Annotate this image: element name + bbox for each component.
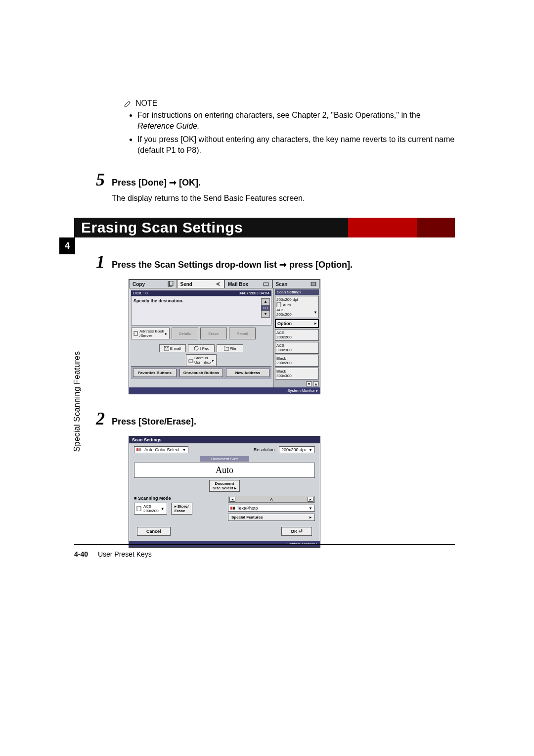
page-count: 1/1 bbox=[261, 305, 270, 311]
address-book-button[interactable]: Address Book /Server ▸ bbox=[131, 328, 170, 339]
ifax-button[interactable]: I-Fax bbox=[188, 344, 215, 352]
document-size-label: Document Size bbox=[200, 456, 249, 462]
svg-rect-12 bbox=[137, 506, 141, 511]
chevron-right-icon: ▸ bbox=[316, 388, 318, 393]
chevron-down-icon: ▼ bbox=[161, 507, 165, 511]
store-inbox-button[interactable]: Store in Usr Inbox ▸ bbox=[186, 354, 217, 366]
recall-button: Recall bbox=[229, 328, 256, 339]
page-icon bbox=[136, 506, 141, 511]
section-banner-text: Erasing Scan Settings bbox=[81, 219, 243, 236]
tab-copy[interactable]: Copy bbox=[129, 280, 177, 288]
mailbox-icon bbox=[263, 281, 269, 287]
step-number-1: 1 bbox=[91, 251, 105, 272]
page-number: 4-40 bbox=[74, 550, 88, 558]
store-erase-button[interactable]: ▸ Store/ Erase bbox=[171, 503, 192, 515]
folder-icon bbox=[224, 346, 229, 351]
scan-settings-screenshot: Scan Settings Auto-Color Select ▼ Resolu… bbox=[129, 436, 320, 548]
svg-rect-13 bbox=[230, 507, 232, 510]
step-5: 5 Press [Done] ➞ [OK]. The display retur… bbox=[109, 169, 455, 203]
textphoto-icon bbox=[230, 506, 235, 511]
ok-button[interactable]: OK ⏎ bbox=[281, 527, 312, 536]
darker-icon[interactable]: ▸ bbox=[308, 497, 313, 502]
specify-destination-text: Specify the destination. bbox=[134, 298, 269, 303]
envelope-icon bbox=[164, 346, 169, 351]
special-features-button[interactable]: Special Features ▸ bbox=[228, 514, 315, 521]
page-footer: 4-40 User Preset Keys bbox=[74, 544, 455, 558]
scroll-up-button[interactable]: ▲ bbox=[261, 298, 270, 305]
email-button[interactable]: E-mail bbox=[159, 344, 186, 352]
density-slider[interactable]: ◂ A ▸ bbox=[228, 496, 315, 503]
file-button[interactable]: File bbox=[217, 344, 243, 352]
note-block: NOTE For instructions on entering charac… bbox=[124, 99, 455, 155]
preset-acs-300[interactable]: ACS 300x300 bbox=[275, 342, 319, 354]
favorites-buttons[interactable]: Favorites Buttons bbox=[133, 369, 177, 377]
footer-section-name: User Preset Keys bbox=[98, 550, 152, 558]
chevron-down-icon: ▼ bbox=[309, 506, 312, 511]
chevron-right-icon: ▸ bbox=[165, 331, 167, 336]
inbox-icon bbox=[188, 358, 193, 363]
original-type-dropdown[interactable]: Text/Photo ▼ bbox=[228, 505, 315, 512]
document-size-select-button[interactable]: Document Size Select ▸ bbox=[209, 480, 240, 492]
scanning-mode-dropdown[interactable]: ACS 200x200 ▼ bbox=[134, 503, 167, 515]
chevron-right-icon: ▸ bbox=[234, 486, 236, 490]
tab-scan[interactable]: Scan bbox=[272, 280, 320, 288]
scan-settings-title: Scan Settings bbox=[129, 436, 320, 443]
system-monitor-bar[interactable]: System Monitor ▸ bbox=[129, 387, 320, 394]
step-1: 1 Press the Scan Settings drop-down list… bbox=[109, 251, 455, 394]
svg-rect-2 bbox=[264, 283, 268, 286]
density-a: A bbox=[270, 497, 272, 502]
step-number-2: 2 bbox=[91, 408, 105, 429]
chevron-right-icon: ▸ bbox=[175, 504, 177, 509]
preset-acs-200[interactable]: ACS 200x200 bbox=[275, 329, 319, 341]
note-bullet-1: For instructions on entering characters,… bbox=[137, 110, 455, 131]
scan-settings-summary: 200x200 dpi Auto ACS 200x200 ▼ bbox=[275, 296, 319, 318]
step-2-title: Press [Store/Erase]. bbox=[112, 417, 196, 427]
preset-bw-300[interactable]: Black 300x300 bbox=[275, 368, 319, 379]
step-5-title: Press [Done] ➞ [OK]. bbox=[112, 177, 201, 188]
chevron-down-icon: ▼ bbox=[313, 310, 317, 315]
footer-rule bbox=[74, 544, 455, 545]
document-size-value: Auto bbox=[134, 463, 315, 478]
destination-area: Specify the destination. ▲ 1/1 ▼ bbox=[131, 296, 271, 326]
resolution-label: Resolution: bbox=[254, 447, 276, 452]
step-2: 2 Press [Store/Erase]. Scan Settings Aut… bbox=[109, 408, 455, 548]
status-dest: Dest. : 0 bbox=[133, 291, 148, 295]
chevron-right-icon: ▸ bbox=[310, 515, 312, 520]
svg-rect-9 bbox=[277, 302, 281, 307]
erase-button: Erase bbox=[200, 328, 227, 339]
chevron-right-icon: ▸ bbox=[314, 321, 316, 326]
details-button: Details bbox=[172, 328, 198, 339]
scroll-down-button[interactable]: ▼ bbox=[261, 311, 270, 318]
lighter-icon[interactable]: ◂ bbox=[229, 497, 235, 502]
scan-icon bbox=[311, 281, 316, 287]
tab-send[interactable]: Send bbox=[177, 280, 225, 288]
step-number-5: 5 bbox=[91, 169, 105, 190]
status-datetime: 04/07/2003 04:04 bbox=[239, 291, 269, 295]
resolution-dropdown[interactable]: 200x200 dpi ▼ bbox=[279, 446, 315, 453]
copy-icon bbox=[168, 281, 174, 287]
page-icon bbox=[276, 302, 281, 307]
book-icon bbox=[134, 331, 138, 336]
svg-rect-14 bbox=[233, 507, 235, 510]
color-mode-dropdown[interactable]: Auto-Color Select ▼ bbox=[134, 446, 188, 453]
tab-mailbox[interactable]: Mail Box bbox=[224, 280, 272, 288]
note-label: NOTE bbox=[135, 99, 157, 108]
step-1-title: Press the Scan Settings drop-down list ➞… bbox=[112, 259, 353, 270]
color-swatch-icon bbox=[136, 447, 141, 452]
chapter-side-tab: 4 Special Scanning Features bbox=[59, 237, 75, 351]
new-address-button[interactable]: New Address bbox=[226, 369, 269, 377]
svg-rect-10 bbox=[136, 449, 138, 452]
svg-rect-5 bbox=[134, 331, 137, 335]
option-button[interactable]: Option ▸ bbox=[275, 319, 319, 328]
page-up-icon[interactable]: ▲ bbox=[313, 381, 319, 386]
pencil-icon bbox=[124, 99, 133, 108]
onetouch-buttons[interactable]: One-touch Buttons bbox=[179, 369, 223, 377]
page-down-icon[interactable]: ▼ bbox=[306, 381, 312, 386]
chevron-down-icon: ▼ bbox=[182, 448, 186, 452]
send-screen-screenshot: Copy Send Mail Box Scan bbox=[129, 279, 320, 394]
step-5-body: The display returns to the Send Basic Fe… bbox=[112, 194, 455, 203]
cancel-button[interactable]: Cancel bbox=[137, 527, 171, 536]
globe-icon bbox=[194, 346, 199, 351]
preset-bw-200[interactable]: Black 200x200 bbox=[275, 355, 319, 367]
section-banner: Erasing Scan Settings bbox=[74, 218, 455, 237]
